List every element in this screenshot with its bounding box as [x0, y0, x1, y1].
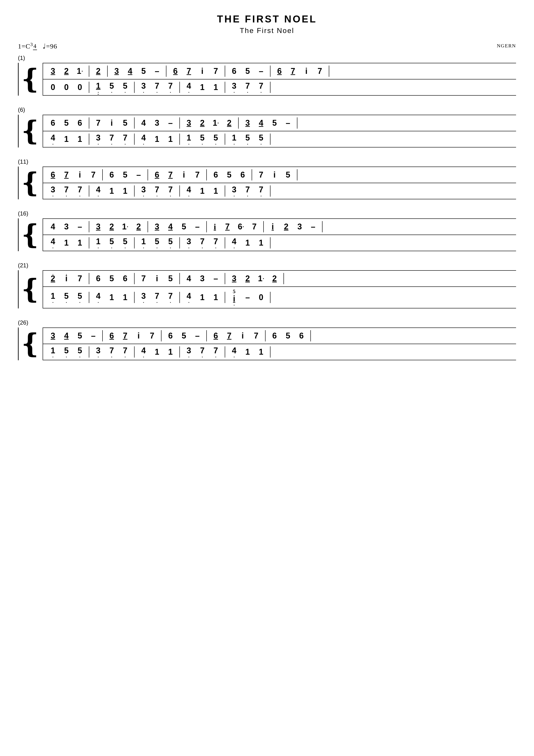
barline [225, 273, 225, 284]
note: 1· [183, 133, 195, 145]
note: 5· [74, 291, 86, 304]
note: 7 [119, 331, 131, 340]
barline [206, 169, 207, 180]
note: 3· [183, 346, 195, 358]
barline [89, 118, 89, 129]
barline [263, 221, 264, 232]
note: 7· [106, 133, 117, 145]
barline [225, 66, 225, 77]
note: 5 [282, 170, 294, 179]
note: 1 [74, 238, 86, 248]
barline [329, 66, 329, 77]
note: 1 [196, 83, 208, 92]
note: 5 [74, 331, 86, 340]
note: 5· [210, 133, 221, 145]
staff-row-11-top: 6 7 i 7 6 5 – 6 7 i 7 6 5 6 7 i 5 [43, 167, 516, 183]
note: 4· [228, 346, 240, 358]
note: 5· [255, 133, 267, 145]
note: i [133, 331, 144, 340]
section-6: (6) ❴ 6 5 6 7 i 5 4 3 – 3 2 1· 2 [18, 106, 516, 148]
brace-6: ❴ [18, 115, 43, 148]
barline [179, 273, 180, 284]
note: – [307, 222, 319, 231]
barline [89, 273, 89, 284]
note: 1 [61, 134, 72, 144]
note: 7 [223, 331, 235, 340]
brace-21: ❴ [18, 270, 43, 309]
barline [134, 273, 135, 284]
note: 5· [106, 81, 117, 94]
note: 3 [228, 274, 240, 283]
note: 6 [92, 274, 104, 283]
note: 1 [119, 293, 131, 302]
arranger: NGERN [497, 43, 516, 49]
note: 7 [191, 170, 203, 179]
barline [225, 346, 225, 358]
section-label-21: (21) [18, 262, 516, 269]
note: 5· [61, 291, 72, 304]
barline [252, 169, 252, 180]
note: 1· [47, 346, 59, 358]
note: 0 [255, 293, 267, 302]
note: 3· [138, 291, 149, 304]
barline [134, 346, 135, 358]
section-26: (26) ❴ 3 4 5 – 6 7 i 7 6 5 – 6 7 i [18, 319, 516, 360]
barline [134, 118, 135, 129]
note: · i [61, 274, 72, 283]
section-11: (11) ❴ 6 7 i 7 6 5 – 6 7 i 7 6 5 6 [18, 158, 516, 199]
note: 4 [124, 67, 136, 76]
note: 2 [242, 274, 253, 283]
note: 7 [255, 170, 267, 179]
barline [270, 292, 270, 303]
note: 4· [92, 291, 104, 304]
note: 7· [196, 237, 208, 249]
note: 7 [74, 274, 86, 283]
barline [161, 330, 162, 341]
note: 3 [47, 331, 59, 340]
barline [134, 134, 135, 145]
note: 6 [274, 67, 285, 76]
note: 5· [242, 133, 253, 145]
note: 6 [165, 331, 176, 340]
barline [89, 221, 89, 232]
note: i [267, 222, 279, 231]
barline [270, 185, 270, 197]
barline [179, 346, 180, 358]
note: 4· [228, 237, 240, 249]
note: 1· [47, 291, 59, 304]
note: 5 [106, 274, 117, 283]
note: 7 [183, 67, 195, 76]
barline [89, 237, 89, 249]
barline [179, 82, 180, 93]
section-label-6: (6) [18, 106, 516, 113]
note: 6 [151, 170, 163, 179]
note: 4· [183, 291, 195, 304]
note: 1 [165, 134, 176, 144]
brace-26: ❴ [18, 328, 43, 360]
note: i [300, 67, 312, 76]
note: 0 [61, 83, 72, 92]
note: 6· [235, 222, 247, 231]
note: 3· [228, 185, 240, 197]
staff-row-1-top: 3 2 1· 2 3 4 5 – 6 7 i 7 [43, 63, 516, 79]
note: 3· [228, 81, 240, 94]
note: 7· [106, 346, 117, 358]
barline [297, 169, 297, 180]
barline [89, 134, 89, 145]
note: 7 [61, 170, 72, 179]
note: 2 [280, 222, 292, 231]
staff-row-16-bottom: 4· 1 1 1· 5· 5· 1· 5· 5· 3· 7· 7· 4· 1 1 [43, 234, 516, 251]
brace-11: ❴ [18, 167, 43, 199]
note: – [191, 222, 203, 231]
barline [270, 346, 270, 358]
barline [310, 330, 311, 341]
note: 1 [106, 293, 117, 302]
barline [148, 221, 148, 232]
note: 5 [119, 170, 131, 179]
barline [89, 292, 89, 303]
note: 7 [92, 118, 104, 128]
note: 1 [210, 83, 221, 92]
note: 1 [74, 134, 86, 144]
note: 7 [88, 170, 99, 179]
staff-row-1-bottom: 0 0 0 1· 5· 5· 3· 7· 7· 4· 1 1 3 [43, 79, 516, 95]
